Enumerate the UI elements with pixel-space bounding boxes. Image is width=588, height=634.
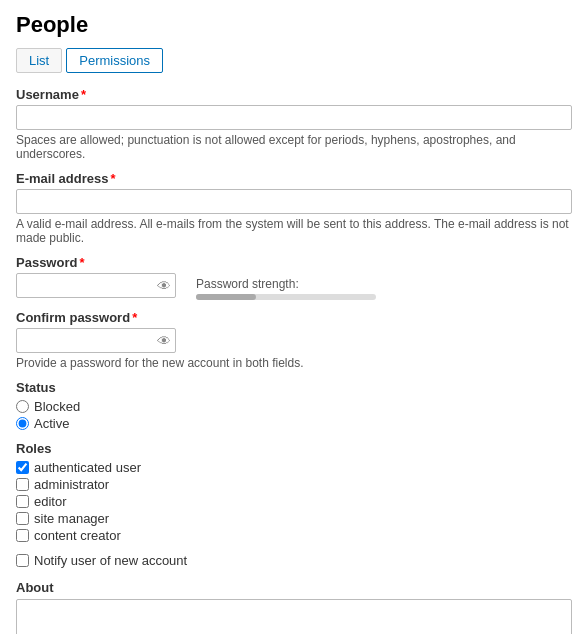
role-content-creator-label: content creator [34,528,121,543]
username-input[interactable] [16,105,572,130]
username-label: Username* [16,87,572,102]
status-blocked-item: Blocked [16,399,572,414]
role-editor-item: editor [16,494,572,509]
status-blocked-label: Blocked [34,399,80,414]
strength-label: Password strength: [196,277,572,291]
password-field-wrap: Password* 👁 [16,255,176,298]
roles-label: Roles [16,441,572,456]
about-section: About [16,580,572,634]
notify-item: Notify user of new account [16,553,572,568]
role-editor-checkbox[interactable] [16,495,29,508]
strength-bar-bg [196,294,376,300]
role-administrator-label: administrator [34,477,109,492]
notify-section: Notify user of new account [16,553,572,568]
role-administrator-item: administrator [16,477,572,492]
tab-permissions[interactable]: Permissions [66,48,163,73]
username-help: Spaces are allowed; punctuation is not a… [16,133,572,161]
confirm-password-group: Confirm password* 👁 Provide a password f… [16,310,572,370]
confirm-password-input[interactable] [16,328,176,353]
role-site-manager-checkbox[interactable] [16,512,29,525]
password-group: Password* 👁 Password strength: [16,255,572,300]
role-content-creator-item: content creator [16,528,572,543]
roles-section: Roles authenticated user administrator e… [16,441,572,543]
about-label: About [16,580,572,595]
username-group: Username* Spaces are allowed; punctuatio… [16,87,572,161]
status-section: Status Blocked Active [16,380,572,431]
confirm-password-label: Confirm password* [16,310,572,325]
confirm-password-help: Provide a password for the new account i… [16,356,572,370]
email-input[interactable] [16,189,572,214]
password-input[interactable] [16,273,176,298]
tab-list[interactable]: List [16,48,62,73]
password-toggle-icon[interactable]: 👁 [157,278,171,294]
page-title: People [16,12,572,38]
role-site-manager-label: site manager [34,511,109,526]
status-active-item: Active [16,416,572,431]
tab-bar: List Permissions [16,48,572,73]
password-input-wrap: 👁 [16,273,176,298]
role-authenticated-label: authenticated user [34,460,141,475]
notify-label: Notify user of new account [34,553,187,568]
email-group: E-mail address* A valid e-mail address. … [16,171,572,245]
password-label: Password* [16,255,176,270]
status-blocked-radio[interactable] [16,400,29,413]
status-active-radio[interactable] [16,417,29,430]
email-help: A valid e-mail address. All e-mails from… [16,217,572,245]
about-textarea[interactable] [16,599,572,634]
status-active-label: Active [34,416,69,431]
strength-wrap: Password strength: [196,255,572,300]
role-authenticated-checkbox[interactable] [16,461,29,474]
confirm-password-input-wrap: 👁 [16,328,176,353]
status-label: Status [16,380,572,395]
notify-checkbox[interactable] [16,554,29,567]
role-site-manager-item: site manager [16,511,572,526]
role-authenticated-item: authenticated user [16,460,572,475]
role-editor-label: editor [34,494,67,509]
email-label: E-mail address* [16,171,572,186]
strength-bar-fill [196,294,256,300]
role-content-creator-checkbox[interactable] [16,529,29,542]
confirm-password-toggle-icon[interactable]: 👁 [157,333,171,349]
role-administrator-checkbox[interactable] [16,478,29,491]
